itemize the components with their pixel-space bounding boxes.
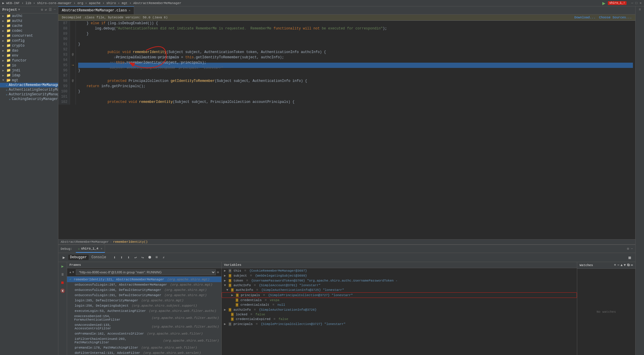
play-button[interactable]: ▶ — [60, 263, 66, 270]
variables-content: ▶ = this = {CookieRememberMeManager@3697… — [222, 268, 577, 355]
step-over-button[interactable]: ⬇ — [111, 254, 118, 261]
thread-down-icon[interactable]: ▼ — [72, 271, 74, 274]
expand-icon[interactable]: ▶ — [224, 322, 228, 326]
arrow-icon: ▶ — [2, 39, 6, 43]
evaluate-button[interactable]: ↪ — [139, 254, 146, 261]
frames-button[interactable]: ≡ — [153, 254, 160, 261]
thread-filter-icon[interactable]: ⊕ — [217, 270, 219, 275]
expand-icon[interactable]: ▼ — [224, 284, 228, 287]
threads-button[interactable]: ⚡ — [160, 254, 167, 261]
stop-button[interactable]: ⏹ — [60, 280, 66, 286]
expand-icon[interactable]: ▶ — [224, 308, 228, 312]
down-watch-button[interactable]: ▼ — [624, 263, 626, 267]
thread-up-icon[interactable]: ▲ — [69, 271, 71, 274]
var-authcinfo-child[interactable]: ▼ o authcInfo = {SimpleAuthenticationInf… — [222, 288, 577, 292]
expand-icon[interactable]: ▶ — [224, 274, 228, 277]
sidebar-right-icon[interactable]: ≡ — [638, 6, 642, 13]
expand-icon[interactable]: ▶ — [231, 293, 235, 297]
var-authcinfo[interactable]: ▼ o authcInfo = {SimpleAccount@3701} "lo… — [222, 283, 577, 288]
remove-watch-button[interactable]: − — [617, 263, 619, 267]
expand-icon[interactable]: ▶ — [224, 269, 228, 273]
sidebar-item-ldap[interactable]: ▶ 📁 ldap — [0, 73, 58, 78]
thread-dropdown[interactable]: *http-nio-8080-exec-8"@3,695 in group "m… — [76, 269, 216, 275]
layout-icon[interactable]: ▦ — [626, 254, 633, 261]
mute-button[interactable]: 🔇 — [60, 288, 66, 294]
sidebar-item-authorizing-security[interactable]: ☕ AuthorizingSecurityManager — [0, 92, 58, 97]
frame-item[interactable]: onSuccessfulLogin:291, DefaultSecurityMa… — [67, 293, 221, 298]
download-link[interactable]: Download... — [574, 16, 596, 19]
resume-button[interactable]: ▶ — [61, 254, 67, 261]
frame-item[interactable]: preHandle:178, PathMatchingFilter (org.a… — [67, 345, 221, 350]
choose-sources-link[interactable]: Choose Sources... — [599, 16, 632, 19]
sidebar-item-authenticating-security[interactable]: ☕ AuthenticatingSecurityManager — [0, 87, 58, 92]
sidebar-item-authz[interactable]: ▶ 📁 authz — [0, 18, 58, 23]
frame-item[interactable]: doFilterInternal:131, AdviceFilter (org.… — [67, 350, 221, 355]
code-line-99: return info.getPrincipals(); — [78, 84, 633, 89]
frame-item[interactable]: login:285, DefaultSecurityManager (org.a… — [67, 298, 221, 303]
copy-watch-button[interactable]: ⧉ — [627, 263, 630, 267]
step-out-button[interactable]: ⬇ — [125, 254, 132, 261]
pause-button[interactable]: ⏸ — [60, 271, 66, 278]
code-line-96: } — [78, 68, 633, 73]
frame-item[interactable]: onSuccessfulLogin:297, AbstractRememberM… — [67, 282, 221, 287]
sidebar-item-concurrent[interactable]: ▶ 📁 concurrent — [0, 33, 58, 38]
breakpoints-button[interactable]: ⏺ — [146, 254, 153, 261]
sidebar-item-config[interactable]: ▶ 📁 config — [0, 38, 58, 43]
sidebar-item-codec[interactable]: ▶ 📁 codec — [0, 28, 58, 33]
sidebar-item-caching-security[interactable]: ☕ CachingSecurityManager — [0, 97, 58, 101]
var-locked[interactable]: o locked = false — [222, 312, 577, 317]
sidebar-gear-icon[interactable]: ⚙ — [41, 8, 43, 12]
frame-item[interactable]: onAccessDenied:133, AccessControlFilter … — [67, 322, 221, 331]
frame-item[interactable]: onAccessDenied:154, FormAuthenticationFi… — [67, 314, 221, 322]
debug-minimize-icon[interactable]: − — [631, 247, 633, 251]
frame-item[interactable]: login:256, DelegatingSubject (org.apache… — [67, 303, 221, 308]
tab-console[interactable]: Console — [90, 255, 108, 260]
var-this[interactable]: ▶ = this = {CookieRememberMeManager@3697… — [222, 268, 577, 273]
sidebar-item-jndi[interactable]: ▶ 📁 jndi — [0, 68, 58, 73]
step-into-button[interactable]: ⬆ — [118, 254, 125, 261]
arrow-icon: ▶ — [2, 69, 6, 72]
sidebar-close-icon[interactable]: − — [54, 8, 56, 12]
sidebar-item-crypto[interactable]: ▶ 📁 crypto — [0, 43, 58, 48]
java-file-icon: ☕ — [6, 93, 8, 96]
var-subject[interactable]: ▶ o subject = {WebDelegatingSubject@3699… — [222, 273, 577, 278]
debug-session-tab[interactable]: ☕ shiro_1_4 ✕ — [76, 245, 105, 253]
sidebar-layout-icon[interactable]: ⇄ — [45, 8, 47, 12]
code-editor[interactable]: 87 88 89 90 91 92 93 94 95 96 97 98 99 1… — [58, 21, 635, 239]
frame-item[interactable]: isFilterChainContinued:203, PathMatching… — [67, 336, 221, 345]
tab-close-icon[interactable]: ✕ — [129, 9, 130, 12]
var-token[interactable]: ▶ o token = {UsernamePasswordToken@3700}… — [222, 278, 577, 283]
expand-icon[interactable]: ▼ — [226, 288, 230, 292]
var-credentials-expired[interactable]: o credentialsExpired = false — [222, 317, 577, 321]
expand-icon[interactable]: ▶ — [224, 279, 228, 282]
sidebar-item-mgt[interactable]: ▼ 📂 mgt — [0, 78, 58, 83]
watches-header: Watches + − ▲ ▼ ⧉ ∞ — [577, 262, 635, 269]
var-principals-selected[interactable]: ▶ o principals = {SimplePrincipalCollect… — [222, 292, 577, 298]
var-principals-root[interactable]: ▶ = principals = {SimplePrincipalCollect… — [222, 321, 577, 326]
sidebar-item-functor[interactable]: ▶ 📁 functor — [0, 58, 58, 63]
var-credentials-salt[interactable]: o credentialsSalt = null — [222, 303, 577, 307]
up-watch-button[interactable]: ▲ — [620, 263, 622, 267]
frame-item[interactable]: executeLogin:53, AuthenticatingFilter (o… — [67, 308, 221, 314]
infinity-watch-button[interactable]: ∞ — [631, 263, 633, 267]
sidebar-item-abstract-remember[interactable]: ☕ AbstractRememberMeManager — [0, 83, 58, 87]
sidebar-item-cache[interactable]: ▶ 📁 cache — [0, 23, 58, 28]
debug-session-close[interactable]: ✕ — [101, 247, 102, 250]
debug-settings-icon[interactable]: ⚙ — [627, 247, 629, 251]
sidebar-item-dao[interactable]: ▶ 📁 dao — [0, 48, 58, 53]
tab-debugger[interactable]: Debugger — [68, 255, 89, 260]
sidebar-settings-icon[interactable]: ☰ — [49, 8, 52, 12]
sidebar-dropdown-icon[interactable]: ▼ — [18, 8, 20, 11]
var-credentials[interactable]: o credentials = vespa — [222, 298, 577, 303]
sidebar-item-io[interactable]: ▶ 📁 io — [0, 63, 58, 68]
sidebar-item-env[interactable]: ▶ 📁 env — [0, 53, 58, 58]
frame-item[interactable]: ✓ rememberIdentity:321, AbstractRemember… — [67, 277, 221, 282]
code-line-88: log.debug("AuthenticationToken did not i… — [78, 26, 633, 31]
var-authzinfo[interactable]: ▶ o authzInfo = {SimpleAuthorizationInfo… — [222, 307, 577, 312]
frame-item[interactable]: onSuccessfulLogin:206, DefaultSecurityMa… — [67, 287, 221, 293]
frame-item[interactable]: onPreHandle:162, AccessControlFilter (or… — [67, 331, 221, 336]
editor-tab-abstract[interactable]: AbstractRememberMeManager.class ✕ — [58, 6, 134, 14]
add-watch-button[interactable]: + — [614, 263, 616, 267]
sidebar-item-authc[interactable]: ▶ 📁 authc — [0, 13, 58, 18]
run-to-cursor-button[interactable]: ↩ — [132, 254, 139, 261]
